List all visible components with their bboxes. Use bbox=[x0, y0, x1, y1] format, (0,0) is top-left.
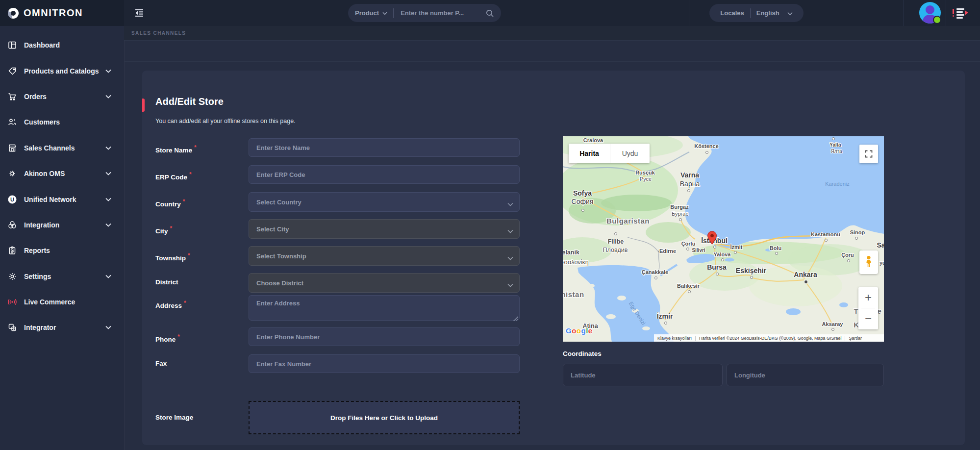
sidebar-item-settings[interactable]: Settings bbox=[0, 264, 124, 289]
dropzone-text: Drop Files Here or Click to Upload bbox=[330, 414, 438, 422]
map-label-silivri: Silivri bbox=[692, 248, 705, 253]
user-avatar[interactable] bbox=[919, 2, 941, 24]
reports-clipboard-icon bbox=[7, 245, 18, 256]
cart-icon bbox=[7, 91, 18, 102]
sidebar-item-products-and-catalogs[interactable]: Products and Catalogs bbox=[0, 58, 124, 83]
map-label-burgaz: Burgaz bbox=[670, 204, 688, 210]
chevron-down-icon bbox=[105, 198, 111, 201]
map-pin-icon bbox=[707, 231, 717, 247]
sidebar-item-dashboard[interactable]: Dashboard bbox=[0, 32, 124, 58]
map-label-samsun-clipped: Sa bbox=[877, 241, 884, 249]
zoom-in-button[interactable]: + bbox=[858, 287, 878, 308]
city-marker bbox=[734, 251, 737, 254]
locale-switcher[interactable]: Locales English bbox=[709, 4, 804, 22]
release-notes-icon[interactable] bbox=[953, 8, 968, 19]
city-select[interactable]: Select City bbox=[249, 219, 520, 239]
sidebar-item-label: Sales Channels bbox=[24, 144, 75, 152]
coordinates-title: Coordinates bbox=[563, 350, 602, 357]
sidebar-item-customers[interactable]: Customers bbox=[0, 109, 124, 135]
map-zoom-control: + − bbox=[858, 287, 878, 329]
phone-input[interactable] bbox=[249, 327, 520, 346]
map-label-kastamonu: Kastamonu bbox=[811, 231, 840, 237]
image-upload-dropzone[interactable]: Drop Files Here or Click to Upload bbox=[249, 401, 520, 434]
country-select[interactable]: Select Country bbox=[249, 192, 520, 212]
chevron-down-icon bbox=[105, 325, 111, 329]
map-label-ya-clipped: ya bbox=[879, 260, 884, 266]
city-marker bbox=[855, 237, 858, 240]
sidebar-item-integrator[interactable]: Integrator bbox=[0, 315, 124, 340]
map-label-varna-cyrillic: Варна bbox=[680, 180, 700, 188]
sidebar-collapse-icon[interactable] bbox=[134, 7, 145, 20]
sidebar-item-label: Integration bbox=[24, 221, 59, 229]
integrator-squares-icon bbox=[7, 322, 18, 333]
required-marker: * bbox=[188, 252, 190, 259]
map-type-harita-button[interactable]: Harita bbox=[569, 144, 610, 163]
chevron-down-icon bbox=[105, 223, 111, 227]
logo-bar: OMNITRON bbox=[0, 0, 124, 26]
zoom-out-button[interactable]: − bbox=[858, 308, 878, 329]
top-header: Product Locales English bbox=[124, 0, 980, 26]
erp-code-input[interactable] bbox=[249, 165, 520, 184]
search-input[interactable] bbox=[400, 9, 485, 17]
sidebar-item-sales-channels[interactable]: Sales Channels bbox=[0, 135, 124, 161]
address-textarea[interactable] bbox=[249, 295, 520, 321]
chevron-down-icon bbox=[507, 280, 513, 289]
breadcrumb: SALES CHANNELS bbox=[131, 30, 186, 36]
search-icon[interactable] bbox=[485, 9, 494, 18]
city-marker bbox=[664, 322, 667, 325]
chevron-down-icon bbox=[105, 275, 111, 278]
longitude-input[interactable] bbox=[727, 364, 884, 386]
city-marker bbox=[775, 252, 778, 255]
map-label-plovdiv-cyrillic: Пловдив bbox=[603, 247, 628, 253]
search-category-select[interactable]: Product bbox=[355, 9, 379, 17]
current-language: English bbox=[756, 9, 779, 17]
form-row-country: Country* Select Country bbox=[155, 192, 520, 214]
city-marker bbox=[832, 137, 835, 140]
google-logo[interactable]: Google bbox=[566, 326, 593, 335]
map-label-ankara: Ankara bbox=[794, 271, 817, 278]
keyboard-shortcuts-link[interactable]: Klavye kısayolları bbox=[654, 336, 695, 341]
sidebar-item-label: Reports bbox=[24, 247, 50, 254]
header-divider bbox=[689, 0, 689, 26]
sidebar-item-label: Products and Catalogs bbox=[24, 67, 99, 75]
map-label-varna: Varna bbox=[680, 171, 699, 179]
fullscreen-icon[interactable] bbox=[859, 145, 878, 163]
form-row-phone: Phone* bbox=[155, 327, 520, 349]
store-name-input[interactable] bbox=[249, 138, 520, 157]
map-data-attribution: Harita verileri ©2024 GeoBasis-DE/BKG (©… bbox=[695, 336, 845, 341]
integration-circles-icon bbox=[7, 220, 18, 230]
sidebar-item-reports[interactable]: Reports bbox=[0, 238, 124, 263]
pegman-icon[interactable] bbox=[859, 250, 878, 274]
sidebar-item-orders[interactable]: Orders bbox=[0, 84, 124, 109]
latitude-input[interactable] bbox=[563, 364, 723, 386]
map-type-toggle: Harita Uydu bbox=[569, 144, 650, 163]
storefront-icon bbox=[7, 143, 18, 153]
sidebar-item-akinon-oms[interactable]: Akinon OMS bbox=[0, 161, 124, 186]
unified-network-icon: U bbox=[7, 194, 18, 205]
sidebar-item-live-commerce[interactable]: Live Commerce bbox=[0, 289, 124, 315]
city-marker bbox=[721, 258, 724, 261]
township-select[interactable]: Select Township bbox=[249, 246, 520, 266]
fax-input[interactable] bbox=[249, 354, 520, 373]
city-marker bbox=[716, 273, 719, 275]
map-label-yalta: Yalta bbox=[829, 142, 841, 148]
required-marker: * bbox=[189, 171, 192, 178]
chevron-down-icon bbox=[382, 12, 387, 15]
district-select[interactable]: Choose District bbox=[249, 273, 520, 293]
store-location-map[interactable]: Craiova Köstence Yalta Ялта Karadeniz Ru… bbox=[563, 136, 884, 342]
map-label-yunanistan-clipped: nistan bbox=[563, 290, 584, 299]
map-label-yalta-cyrillic: Ялта bbox=[830, 149, 842, 154]
city-label: City* bbox=[155, 219, 249, 241]
page-title: Add/Edit Store bbox=[155, 96, 224, 107]
sidebar-item-unified-network[interactable]: U Unified Network bbox=[0, 186, 124, 212]
sidebar-item-label: Integrator bbox=[24, 324, 56, 331]
chevron-down-icon bbox=[787, 12, 793, 16]
map-type-uydu-button[interactable]: Uydu bbox=[610, 144, 650, 163]
sidebar-item-integration[interactable]: Integration bbox=[0, 212, 124, 238]
terms-link[interactable]: Şartlar bbox=[845, 336, 865, 341]
map-label-yalova: Yalova bbox=[714, 251, 731, 257]
form-row-address: Address* bbox=[155, 295, 520, 323]
map-label-karadeniz: Karadeniz bbox=[825, 181, 850, 187]
chevron-down-icon bbox=[105, 172, 111, 175]
omnitron-logo-icon bbox=[8, 8, 19, 19]
